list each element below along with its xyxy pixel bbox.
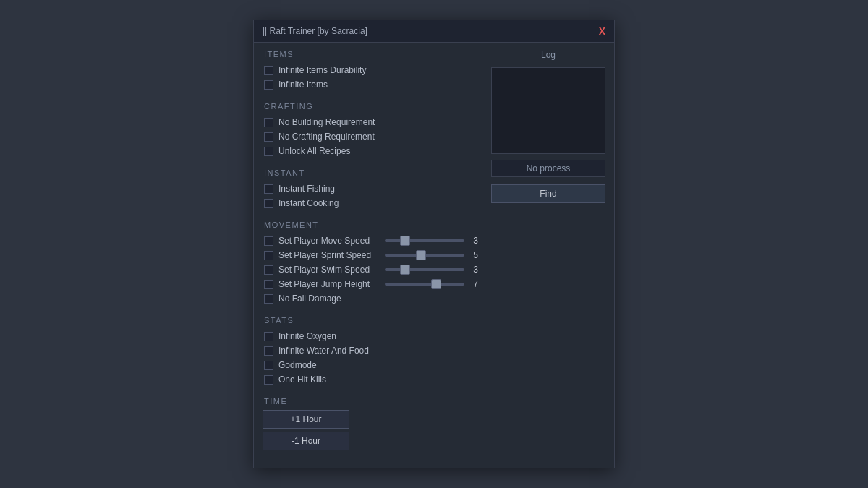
list-item: One Hit Kills — [263, 372, 480, 387]
swim-speed-checkbox[interactable] — [264, 265, 273, 275]
jump-height-slider[interactable] — [385, 283, 464, 286]
godmode-label[interactable]: Godmode — [278, 360, 317, 370]
list-item: No Fall Damage — [263, 291, 480, 306]
title-bar: || Raft Trainer [by Sacracia] X — [254, 20, 614, 43]
right-panel: Log No process Find — [485, 50, 614, 461]
swim-speed-value: 3 — [468, 265, 478, 275]
sprint-speed-label[interactable]: Set Player Sprint Speed — [278, 250, 380, 260]
move-speed-label[interactable]: Set Player Move Speed — [278, 236, 380, 246]
trainer-window: || Raft Trainer [by Sacracia] X ITEMS In… — [253, 20, 615, 468]
crafting-section: CRAFTING No Building Requirement No Craf… — [263, 102, 480, 158]
close-button[interactable]: X — [599, 26, 605, 36]
sprint-speed-value: 5 — [468, 250, 478, 260]
instant-fishing-checkbox[interactable] — [264, 184, 273, 194]
list-item: Set Player Swim Speed 3 — [263, 262, 480, 277]
list-item: Godmode — [263, 358, 480, 372]
list-item: Infinite Items Durability — [263, 63, 480, 77]
movement-label: MOVEMENT — [263, 221, 480, 229]
sprint-speed-checkbox[interactable] — [264, 251, 273, 260]
move-speed-value: 3 — [468, 236, 478, 246]
log-label: Log — [491, 50, 605, 60]
instant-fishing-label[interactable]: Instant Fishing — [278, 184, 335, 194]
plus-hour-button[interactable]: +1 Hour — [263, 410, 349, 429]
list-item: Set Player Sprint Speed 5 — [263, 248, 480, 262]
swim-speed-label[interactable]: Set Player Swim Speed — [278, 265, 380, 275]
infinite-items-durability-checkbox[interactable] — [264, 66, 273, 75]
movement-section: MOVEMENT Set Player Move Speed 3 Set Pla… — [263, 221, 480, 306]
list-item: Set Player Jump Height 7 — [263, 277, 480, 291]
list-item: No Crafting Requirement — [263, 129, 480, 144]
time-section: TIME +1 Hour -1 Hour — [263, 397, 480, 450]
jump-height-value: 7 — [468, 279, 478, 289]
no-fall-damage-checkbox[interactable] — [264, 294, 273, 304]
infinite-items-label[interactable]: Infinite Items — [278, 80, 328, 90]
infinite-items-durability-label[interactable]: Infinite Items Durability — [278, 65, 366, 75]
instant-cooking-checkbox[interactable] — [264, 199, 273, 208]
main-layout: ITEMS Infinite Items Durability Infinite… — [254, 43, 614, 468]
list-item: No Building Requirement — [263, 115, 480, 129]
godmode-checkbox[interactable] — [264, 361, 273, 370]
minus-hour-button[interactable]: -1 Hour — [263, 432, 349, 450]
items-section: ITEMS Infinite Items Durability Infinite… — [263, 50, 480, 92]
list-item: Instant Fishing — [263, 181, 480, 196]
sprint-speed-slider-wrap: 5 — [385, 250, 478, 260]
log-textarea[interactable] — [491, 67, 605, 154]
infinite-water-food-label[interactable]: Infinite Water And Food — [278, 346, 369, 356]
sprint-speed-slider[interactable] — [385, 254, 464, 257]
one-hit-kills-checkbox[interactable] — [264, 375, 273, 385]
infinite-oxygen-label[interactable]: Infinite Oxygen — [278, 331, 336, 341]
window-title: || Raft Trainer [by Sacracia] — [263, 26, 367, 36]
no-crafting-req-checkbox[interactable] — [264, 132, 273, 142]
no-fall-damage-label[interactable]: No Fall Damage — [278, 294, 341, 304]
list-item: Infinite Items — [263, 77, 480, 92]
jump-height-label[interactable]: Set Player Jump Height — [278, 279, 380, 289]
jump-height-slider-wrap: 7 — [385, 279, 478, 289]
list-item: Infinite Oxygen — [263, 329, 480, 343]
time-label: TIME — [263, 397, 480, 406]
instant-section: INSTANT Instant Fishing Instant Cooking — [263, 168, 480, 210]
infinite-oxygen-checkbox[interactable] — [264, 332, 273, 341]
one-hit-kills-label[interactable]: One Hit Kills — [278, 374, 326, 385]
list-item: Instant Cooking — [263, 196, 480, 210]
move-speed-checkbox[interactable] — [264, 236, 273, 246]
instant-cooking-label[interactable]: Instant Cooking — [278, 198, 339, 208]
unlock-all-recipes-checkbox[interactable] — [264, 147, 273, 156]
no-process-text: No process — [491, 160, 605, 177]
list-item: Infinite Water And Food — [263, 343, 480, 358]
list-item: Unlock All Recipes — [263, 144, 480, 158]
no-crafting-req-label[interactable]: No Crafting Requirement — [278, 132, 375, 142]
move-speed-slider[interactable] — [385, 239, 464, 242]
no-building-req-checkbox[interactable] — [264, 118, 273, 127]
infinite-water-food-checkbox[interactable] — [264, 346, 273, 356]
left-panel: ITEMS Infinite Items Durability Infinite… — [254, 50, 485, 461]
no-building-req-label[interactable]: No Building Requirement — [278, 117, 375, 127]
items-label: ITEMS — [263, 50, 480, 59]
find-button[interactable]: Find — [491, 184, 605, 203]
infinite-items-checkbox[interactable] — [264, 80, 273, 90]
stats-section: STATS Infinite Oxygen Infinite Water And… — [263, 316, 480, 387]
jump-height-checkbox[interactable] — [264, 280, 273, 289]
instant-label: INSTANT — [263, 168, 480, 177]
unlock-all-recipes-label[interactable]: Unlock All Recipes — [278, 146, 350, 156]
crafting-label: CRAFTING — [263, 102, 480, 111]
swim-speed-slider[interactable] — [385, 268, 464, 271]
stats-label: STATS — [263, 316, 480, 325]
swim-speed-slider-wrap: 3 — [385, 265, 478, 275]
list-item: Set Player Move Speed 3 — [263, 234, 480, 248]
move-speed-slider-wrap: 3 — [385, 236, 478, 246]
